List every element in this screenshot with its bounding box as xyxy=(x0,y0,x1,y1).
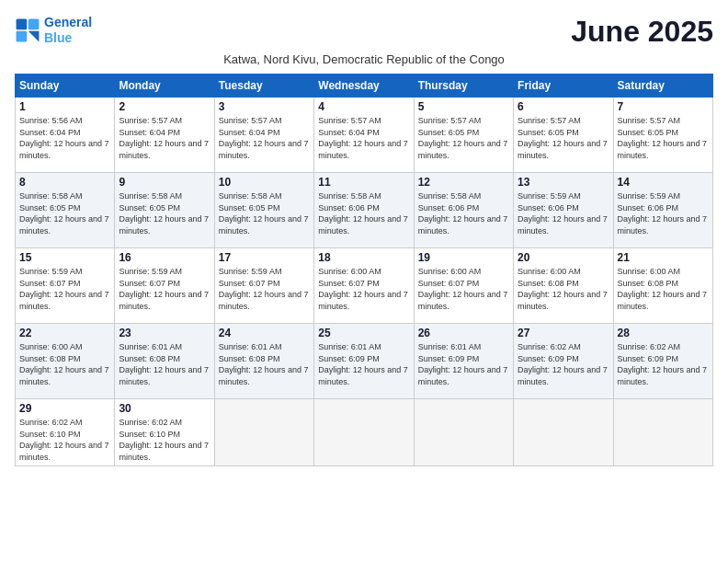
day-number: 7 xyxy=(618,100,709,113)
day-number: 22 xyxy=(19,327,110,339)
day-number: 9 xyxy=(119,176,210,189)
calendar-row: 15 Sunrise: 5:59 AMSunset: 6:07 PMDaylig… xyxy=(16,248,713,324)
table-cell: 4 Sunrise: 5:57 AMSunset: 6:04 PMDayligh… xyxy=(314,98,414,173)
table-cell: 26 Sunrise: 6:01 AMSunset: 6:09 PMDaylig… xyxy=(414,324,513,399)
day-number: 27 xyxy=(518,327,609,339)
logo-line2: Blue xyxy=(44,30,92,46)
svg-rect-2 xyxy=(28,18,40,29)
calendar-row: 8 Sunrise: 5:58 AMSunset: 6:05 PMDayligh… xyxy=(16,173,713,248)
calendar-row: 22 Sunrise: 6:00 AMSunset: 6:08 PMDaylig… xyxy=(16,324,713,399)
table-cell: 20 Sunrise: 6:00 AMSunset: 6:08 PMDaylig… xyxy=(514,248,613,324)
day-detail: Sunrise: 5:57 AMSunset: 6:05 PMDaylight:… xyxy=(618,116,708,160)
day-number: 14 xyxy=(618,176,709,189)
day-detail: Sunrise: 6:00 AMSunset: 6:07 PMDaylight:… xyxy=(418,267,508,311)
day-detail: Sunrise: 5:59 AMSunset: 6:06 PMDaylight:… xyxy=(518,191,608,236)
day-detail: Sunrise: 6:02 AMSunset: 6:10 PMDaylight:… xyxy=(19,418,109,462)
table-cell: 8 Sunrise: 5:58 AMSunset: 6:05 PMDayligh… xyxy=(16,173,115,248)
calendar-row: 29 Sunrise: 6:02 AMSunset: 6:10 PMDaylig… xyxy=(16,399,713,466)
table-cell: 7 Sunrise: 5:57 AMSunset: 6:05 PMDayligh… xyxy=(613,98,712,173)
svg-rect-1 xyxy=(17,18,28,29)
table-cell: 21 Sunrise: 6:00 AMSunset: 6:08 PMDaylig… xyxy=(613,248,712,324)
day-number: 24 xyxy=(219,327,310,339)
col-wednesday: Wednesday xyxy=(314,75,414,98)
table-cell xyxy=(514,399,613,466)
day-number: 3 xyxy=(219,100,310,113)
col-tuesday: Tuesday xyxy=(214,75,313,98)
day-number: 10 xyxy=(219,176,310,189)
table-cell xyxy=(314,399,414,466)
table-cell xyxy=(613,399,712,466)
day-number: 8 xyxy=(19,176,110,189)
day-number: 25 xyxy=(318,327,409,339)
logo-line1: General xyxy=(44,15,92,29)
header: General Blue June 2025 xyxy=(15,15,713,49)
table-cell: 24 Sunrise: 6:01 AMSunset: 6:08 PMDaylig… xyxy=(214,324,313,399)
table-cell: 2 Sunrise: 5:57 AMSunset: 6:04 PMDayligh… xyxy=(115,98,214,173)
subtitle: Katwa, Nord Kivu, Democratic Republic of… xyxy=(15,52,713,66)
day-detail: Sunrise: 5:57 AMSunset: 6:04 PMDaylight:… xyxy=(119,116,209,160)
table-cell: 15 Sunrise: 5:59 AMSunset: 6:07 PMDaylig… xyxy=(16,248,115,324)
day-detail: Sunrise: 6:01 AMSunset: 6:08 PMDaylight:… xyxy=(119,342,209,386)
day-number: 18 xyxy=(318,251,409,264)
table-cell xyxy=(214,399,313,466)
month-title: June 2025 xyxy=(571,15,713,49)
table-cell: 22 Sunrise: 6:00 AMSunset: 6:08 PMDaylig… xyxy=(16,324,115,399)
calendar-table: Sunday Monday Tuesday Wednesday Thursday… xyxy=(15,74,713,466)
table-cell: 14 Sunrise: 5:59 AMSunset: 6:06 PMDaylig… xyxy=(613,173,712,248)
table-cell: 18 Sunrise: 6:00 AMSunset: 6:07 PMDaylig… xyxy=(314,248,414,324)
col-saturday: Saturday xyxy=(613,75,712,98)
day-number: 5 xyxy=(418,100,509,113)
day-detail: Sunrise: 6:02 AMSunset: 6:09 PMDaylight:… xyxy=(518,342,608,386)
page: General Blue June 2025 Katwa, Nord Kivu,… xyxy=(0,0,728,563)
day-number: 13 xyxy=(518,176,609,189)
calendar-header-row: Sunday Monday Tuesday Wednesday Thursday… xyxy=(16,75,713,98)
logo-text: General Blue xyxy=(44,15,92,46)
day-detail: Sunrise: 5:59 AMSunset: 6:07 PMDaylight:… xyxy=(219,267,309,311)
day-number: 26 xyxy=(418,327,509,339)
table-cell: 25 Sunrise: 6:01 AMSunset: 6:09 PMDaylig… xyxy=(314,324,414,399)
day-detail: Sunrise: 6:02 AMSunset: 6:09 PMDaylight:… xyxy=(618,342,708,386)
day-number: 16 xyxy=(119,251,210,264)
day-number: 19 xyxy=(418,251,509,264)
day-number: 28 xyxy=(618,327,709,339)
day-detail: Sunrise: 5:58 AMSunset: 6:06 PMDaylight:… xyxy=(318,191,408,236)
day-detail: Sunrise: 5:57 AMSunset: 6:04 PMDaylight:… xyxy=(318,116,408,160)
table-cell: 3 Sunrise: 5:57 AMSunset: 6:04 PMDayligh… xyxy=(214,98,313,173)
day-detail: Sunrise: 5:58 AMSunset: 6:06 PMDaylight:… xyxy=(418,191,508,236)
table-cell: 1 Sunrise: 5:56 AMSunset: 6:04 PMDayligh… xyxy=(16,98,115,173)
svg-rect-3 xyxy=(17,31,28,42)
table-cell: 23 Sunrise: 6:01 AMSunset: 6:08 PMDaylig… xyxy=(115,324,214,399)
table-cell: 11 Sunrise: 5:58 AMSunset: 6:06 PMDaylig… xyxy=(314,173,414,248)
day-number: 2 xyxy=(119,100,210,113)
day-number: 30 xyxy=(119,402,210,415)
table-cell xyxy=(414,399,513,466)
table-cell: 9 Sunrise: 5:58 AMSunset: 6:05 PMDayligh… xyxy=(115,173,214,248)
day-detail: Sunrise: 6:02 AMSunset: 6:10 PMDaylight:… xyxy=(119,418,209,462)
logo: General Blue xyxy=(15,15,92,46)
day-detail: Sunrise: 5:59 AMSunset: 6:06 PMDaylight:… xyxy=(618,191,708,236)
day-detail: Sunrise: 6:00 AMSunset: 6:08 PMDaylight:… xyxy=(19,342,109,386)
day-detail: Sunrise: 5:57 AMSunset: 6:04 PMDaylight:… xyxy=(219,116,309,160)
table-cell: 30 Sunrise: 6:02 AMSunset: 6:10 PMDaylig… xyxy=(115,399,214,466)
day-number: 21 xyxy=(618,251,709,264)
day-detail: Sunrise: 6:00 AMSunset: 6:07 PMDaylight:… xyxy=(318,267,408,311)
table-cell: 28 Sunrise: 6:02 AMSunset: 6:09 PMDaylig… xyxy=(613,324,712,399)
table-cell: 17 Sunrise: 5:59 AMSunset: 6:07 PMDaylig… xyxy=(214,248,313,324)
table-cell: 29 Sunrise: 6:02 AMSunset: 6:10 PMDaylig… xyxy=(16,399,115,466)
table-cell: 10 Sunrise: 5:58 AMSunset: 6:05 PMDaylig… xyxy=(214,173,313,248)
col-friday: Friday xyxy=(514,75,613,98)
col-sunday: Sunday xyxy=(16,75,115,98)
day-detail: Sunrise: 6:01 AMSunset: 6:09 PMDaylight:… xyxy=(318,342,408,386)
col-thursday: Thursday xyxy=(414,75,513,98)
day-number: 1 xyxy=(19,100,110,113)
day-number: 15 xyxy=(19,251,110,264)
day-detail: Sunrise: 5:57 AMSunset: 6:05 PMDaylight:… xyxy=(518,116,608,160)
day-number: 29 xyxy=(19,402,110,415)
calendar-row: 1 Sunrise: 5:56 AMSunset: 6:04 PMDayligh… xyxy=(16,98,713,173)
day-detail: Sunrise: 5:59 AMSunset: 6:07 PMDaylight:… xyxy=(119,267,209,311)
col-monday: Monday xyxy=(115,75,214,98)
day-detail: Sunrise: 6:01 AMSunset: 6:08 PMDaylight:… xyxy=(219,342,309,386)
day-number: 4 xyxy=(318,100,409,113)
table-cell: 6 Sunrise: 5:57 AMSunset: 6:05 PMDayligh… xyxy=(514,98,613,173)
day-detail: Sunrise: 5:58 AMSunset: 6:05 PMDaylight:… xyxy=(19,191,109,236)
